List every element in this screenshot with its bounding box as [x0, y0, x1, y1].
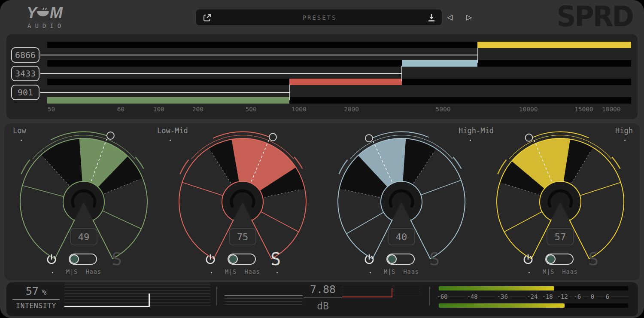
crossover-freq-box[interactable]: 901	[11, 85, 39, 100]
level-meter-left-fill	[439, 286, 554, 290]
toggle-knob[interactable]	[387, 254, 397, 264]
meter-tick-label: -36	[495, 293, 510, 300]
band-cell-high: High57SM|S Haas	[481, 123, 640, 280]
intensity-slider-handle[interactable]	[149, 294, 150, 307]
spectrum-track	[47, 79, 631, 85]
gain-value[interactable]: 7.88	[304, 283, 342, 296]
haas-label: Haas	[85, 268, 101, 275]
preset-save-icon[interactable]	[427, 13, 436, 22]
preset-label[interactable]: PRESETS	[212, 14, 427, 21]
dial-handle[interactable]	[269, 134, 276, 141]
solo-button[interactable]: S	[588, 253, 598, 266]
power-icon[interactable]	[204, 253, 216, 265]
power-dot	[52, 272, 53, 273]
power-icon[interactable]	[522, 253, 534, 265]
ms-haas-toggle[interactable]	[545, 254, 574, 265]
band-label-dot	[21, 140, 22, 141]
crossover-line	[40, 55, 477, 55]
preset-bar[interactable]: PRESETS	[195, 9, 442, 26]
toggle-labels: M|S Haas	[322, 268, 481, 275]
band-cell-high-mid: High-Mid40SM|S Haas	[322, 123, 481, 280]
axis-tick-label: 18000	[602, 106, 621, 113]
axis-tick-label: 15000	[574, 106, 593, 113]
meter-tick-label: -48	[465, 293, 479, 300]
dial-handle[interactable]	[526, 134, 533, 141]
plugin-window: Y M AUDIO PRESETS ◁ ▷ SPRD 686634	[0, 0, 644, 318]
solo-button[interactable]: S	[429, 253, 440, 266]
intensity-slider[interactable]	[64, 284, 210, 307]
band-label-dot	[470, 140, 471, 141]
haas-label: Haas	[244, 268, 260, 275]
ms-haas-toggle[interactable]	[69, 254, 97, 265]
band-value-low[interactable]: 49	[70, 228, 97, 245]
intensity-slider-line	[64, 306, 149, 307]
band-controls-high: S	[481, 253, 640, 266]
band-label-dot	[624, 140, 626, 141]
band-value-low-mid[interactable]: 75	[229, 228, 256, 245]
dial-handle[interactable]	[365, 135, 373, 142]
ms-label: M|S	[543, 268, 554, 275]
spectrum-panel: 6866343390150601002005001000200050001000…	[6, 34, 638, 119]
spread-dial-high[interactable]	[487, 123, 633, 269]
band-value-high-mid[interactable]: 40	[388, 228, 415, 245]
power-icon[interactable]	[363, 253, 375, 265]
spectrum-band-segment-high-mid	[402, 60, 478, 67]
solo-button[interactable]: S	[270, 253, 281, 266]
dial-handle[interactable]	[107, 132, 114, 139]
bands-panel: Low49SM|S HaasLow-Mid75SM|S HaasHigh-Mid…	[4, 123, 640, 280]
band-label-high-mid: High-Mid	[459, 126, 494, 135]
toggle-knob[interactable]	[228, 254, 238, 264]
meter-tick-label: -12	[555, 293, 569, 300]
gain-meter-handle[interactable]	[392, 288, 392, 297]
spread-dial-low-mid[interactable]	[170, 123, 316, 269]
crossover-tick	[477, 47, 478, 63]
spread-dial-low[interactable]	[11, 123, 157, 269]
spectrum-track	[47, 97, 631, 104]
ms-label: M|S	[384, 268, 395, 275]
gain-unit: dB	[304, 300, 342, 312]
ms-haas-toggle[interactable]	[386, 254, 415, 265]
label-gap	[554, 268, 562, 275]
gain-meter-line	[342, 297, 392, 297]
solo-dot	[276, 272, 278, 273]
footer-separator	[216, 287, 217, 306]
band-controls-low: S	[4, 253, 163, 266]
band-value-high[interactable]: 57	[547, 228, 574, 245]
band-label-low-mid: Low-Mid	[157, 126, 188, 135]
band-cell-low-mid: Low-Mid75SM|S Haas	[163, 123, 322, 280]
band-controls-high-mid: S	[322, 253, 481, 266]
level-meter-right	[439, 303, 628, 308]
brand-sub-audio: AUDIO	[27, 22, 65, 29]
solo-button[interactable]: S	[112, 253, 122, 266]
toggle-knob[interactable]	[70, 254, 79, 264]
label-gap	[78, 268, 85, 275]
spectrum-band-segment-low	[47, 97, 289, 104]
footer-bar: 57% INTENSITY 7.88 dB -60-48-36-24-18-12…	[6, 282, 638, 316]
toggle-labels: M|S Haas	[163, 268, 322, 275]
toggle-knob[interactable]	[546, 254, 556, 264]
preset-prev-button[interactable]: ◁	[447, 11, 453, 23]
preset-browse-icon[interactable]	[203, 13, 212, 22]
crossover-freq-box[interactable]: 6866	[11, 47, 39, 63]
meter-tick-label: -60	[435, 293, 449, 300]
band-label-high: High	[615, 126, 633, 135]
spread-dial-high-mid[interactable]	[328, 123, 474, 269]
meter-tick-label: 0	[589, 293, 596, 300]
output-gain-readout: 7.88 dB	[304, 283, 342, 312]
power-dot	[529, 272, 530, 273]
sprd-logo: SPRD	[557, 0, 633, 34]
yum-audio-logo: Y M AUDIO	[27, 5, 65, 29]
axis-tick-label: 10000	[519, 106, 538, 113]
power-icon[interactable]	[46, 253, 58, 265]
ms-haas-toggle[interactable]	[228, 254, 256, 265]
preset-next-button[interactable]: ▷	[466, 11, 472, 23]
meter-tick-label: -24	[525, 293, 539, 300]
crossover-freq-box[interactable]: 3433	[11, 66, 39, 81]
axis-tick-label: 200	[192, 106, 204, 113]
gain-slider-track[interactable]	[225, 295, 303, 307]
crossover-line	[40, 73, 402, 74]
gain-meter[interactable]	[342, 286, 419, 299]
brand-letter-m: M	[50, 5, 62, 21]
spectrum-track	[47, 42, 631, 48]
spectrum-band-segment-high	[477, 42, 631, 48]
